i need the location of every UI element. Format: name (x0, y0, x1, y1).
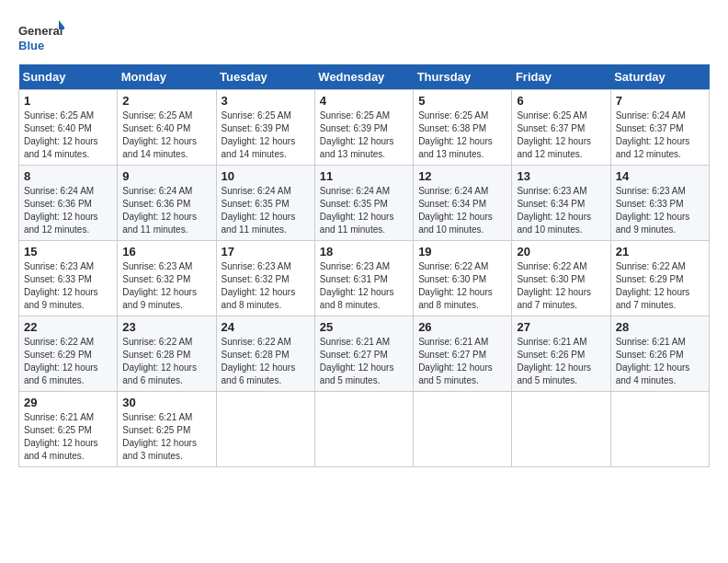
day-number: 9 (122, 169, 210, 183)
day-info: Sunrise: 6:25 AMSunset: 6:38 PMDaylight:… (418, 110, 493, 159)
calendar-cell: 30Sunrise: 6:21 AMSunset: 6:25 PMDayligh… (118, 392, 216, 467)
day-info: Sunrise: 6:25 AMSunset: 6:40 PMDaylight:… (24, 110, 98, 159)
day-info: Sunrise: 6:21 AMSunset: 6:27 PMDaylight:… (320, 337, 394, 385)
day-info: Sunrise: 6:21 AMSunset: 6:27 PMDaylight:… (418, 337, 493, 385)
day-info: Sunrise: 6:25 AMSunset: 6:40 PMDaylight:… (122, 110, 197, 159)
day-info: Sunrise: 6:24 AMSunset: 6:37 PMDaylight:… (616, 110, 690, 159)
calendar-cell: 22Sunrise: 6:22 AMSunset: 6:29 PMDayligh… (19, 316, 118, 392)
calendar-cell: 13Sunrise: 6:23 AMSunset: 6:34 PMDayligh… (512, 166, 610, 241)
calendar-cell: 8Sunrise: 6:24 AMSunset: 6:36 PMDaylight… (19, 166, 118, 241)
calendar-cell: 28Sunrise: 6:21 AMSunset: 6:26 PMDayligh… (610, 316, 709, 392)
day-info: Sunrise: 6:24 AMSunset: 6:34 PMDaylight:… (418, 186, 493, 235)
day-number: 15 (24, 245, 112, 259)
logo: General Blue (18, 18, 64, 55)
week-row-4: 22Sunrise: 6:22 AMSunset: 6:29 PMDayligh… (19, 316, 710, 392)
day-number: 17 (222, 245, 310, 259)
day-number: 11 (320, 169, 408, 183)
day-info: Sunrise: 6:22 AMSunset: 6:28 PMDaylight:… (122, 337, 197, 385)
calendar-cell: 15Sunrise: 6:23 AMSunset: 6:33 PMDayligh… (19, 241, 118, 316)
day-number: 30 (122, 396, 210, 409)
day-info: Sunrise: 6:24 AMSunset: 6:36 PMDaylight:… (24, 186, 98, 235)
week-row-2: 8Sunrise: 6:24 AMSunset: 6:36 PMDaylight… (19, 166, 710, 241)
day-info: Sunrise: 6:24 AMSunset: 6:35 PMDaylight:… (222, 186, 296, 235)
calendar-cell: 1Sunrise: 6:25 AMSunset: 6:40 PMDaylight… (19, 90, 118, 166)
day-info: Sunrise: 6:21 AMSunset: 6:25 PMDaylight:… (122, 412, 197, 461)
day-number: 4 (320, 94, 408, 108)
header-saturday: Saturday (610, 64, 709, 90)
calendar-cell (216, 392, 314, 467)
day-number: 18 (320, 245, 408, 259)
day-number: 6 (517, 94, 605, 108)
day-number: 14 (616, 169, 704, 183)
day-info: Sunrise: 6:23 AMSunset: 6:34 PMDaylight:… (517, 186, 591, 235)
day-number: 26 (418, 320, 506, 334)
header-thursday: Thursday (414, 64, 512, 90)
day-number: 10 (222, 169, 310, 183)
day-info: Sunrise: 6:25 AMSunset: 6:37 PMDaylight:… (517, 110, 591, 159)
calendar-cell: 10Sunrise: 6:24 AMSunset: 6:35 PMDayligh… (216, 166, 314, 241)
calendar-cell (414, 392, 512, 467)
day-info: Sunrise: 6:25 AMSunset: 6:39 PMDaylight:… (222, 110, 296, 159)
day-number: 28 (616, 320, 704, 334)
calendar-cell: 21Sunrise: 6:22 AMSunset: 6:29 PMDayligh… (610, 241, 709, 316)
day-number: 24 (222, 320, 310, 334)
page-header: General Blue (18, 18, 710, 55)
calendar-cell: 14Sunrise: 6:23 AMSunset: 6:33 PMDayligh… (610, 166, 709, 241)
header-sunday: Sunday (19, 64, 118, 90)
calendar-cell: 25Sunrise: 6:21 AMSunset: 6:27 PMDayligh… (314, 316, 413, 392)
calendar-cell: 4Sunrise: 6:25 AMSunset: 6:39 PMDaylight… (314, 90, 413, 166)
calendar-cell: 23Sunrise: 6:22 AMSunset: 6:28 PMDayligh… (118, 316, 216, 392)
calendar-cell: 16Sunrise: 6:23 AMSunset: 6:32 PMDayligh… (118, 241, 216, 316)
calendar-cell: 11Sunrise: 6:24 AMSunset: 6:35 PMDayligh… (314, 166, 413, 241)
day-number: 21 (616, 245, 704, 259)
header-wednesday: Wednesday (314, 64, 413, 90)
day-number: 29 (24, 396, 112, 409)
day-info: Sunrise: 6:22 AMSunset: 6:30 PMDaylight:… (418, 261, 493, 310)
svg-marker-2 (59, 20, 64, 29)
day-info: Sunrise: 6:23 AMSunset: 6:33 PMDaylight:… (616, 186, 690, 235)
day-number: 27 (517, 320, 605, 334)
day-info: Sunrise: 6:23 AMSunset: 6:33 PMDaylight:… (24, 261, 98, 310)
header-friday: Friday (512, 64, 610, 90)
calendar-cell: 19Sunrise: 6:22 AMSunset: 6:30 PMDayligh… (414, 241, 512, 316)
day-number: 7 (616, 94, 704, 108)
day-info: Sunrise: 6:21 AMSunset: 6:26 PMDaylight:… (517, 337, 591, 385)
calendar-cell: 3Sunrise: 6:25 AMSunset: 6:39 PMDaylight… (216, 90, 314, 166)
day-number: 25 (320, 320, 408, 334)
day-info: Sunrise: 6:23 AMSunset: 6:32 PMDaylight:… (222, 261, 296, 310)
day-number: 1 (24, 94, 112, 108)
day-number: 23 (122, 320, 210, 334)
calendar-cell: 17Sunrise: 6:23 AMSunset: 6:32 PMDayligh… (216, 241, 314, 316)
calendar-cell (610, 392, 709, 467)
day-number: 8 (24, 169, 112, 183)
day-number: 12 (418, 169, 506, 183)
day-number: 20 (517, 245, 605, 259)
day-info: Sunrise: 6:22 AMSunset: 6:29 PMDaylight:… (24, 337, 98, 385)
week-row-3: 15Sunrise: 6:23 AMSunset: 6:33 PMDayligh… (19, 241, 710, 316)
day-info: Sunrise: 6:24 AMSunset: 6:36 PMDaylight:… (122, 186, 197, 235)
calendar-cell: 12Sunrise: 6:24 AMSunset: 6:34 PMDayligh… (414, 166, 512, 241)
day-info: Sunrise: 6:21 AMSunset: 6:25 PMDaylight:… (24, 412, 98, 461)
header-monday: Monday (118, 64, 216, 90)
day-number: 16 (122, 245, 210, 259)
calendar-cell: 2Sunrise: 6:25 AMSunset: 6:40 PMDaylight… (118, 90, 216, 166)
calendar-cell: 5Sunrise: 6:25 AMSunset: 6:38 PMDaylight… (414, 90, 512, 166)
calendar-cell: 18Sunrise: 6:23 AMSunset: 6:31 PMDayligh… (314, 241, 413, 316)
calendar-table: SundayMondayTuesdayWednesdayThursdayFrid… (18, 64, 710, 467)
calendar-cell: 27Sunrise: 6:21 AMSunset: 6:26 PMDayligh… (512, 316, 610, 392)
week-row-5: 29Sunrise: 6:21 AMSunset: 6:25 PMDayligh… (19, 392, 710, 467)
day-info: Sunrise: 6:22 AMSunset: 6:30 PMDaylight:… (517, 261, 591, 310)
calendar-cell: 20Sunrise: 6:22 AMSunset: 6:30 PMDayligh… (512, 241, 610, 316)
day-number: 13 (517, 169, 605, 183)
day-number: 19 (418, 245, 506, 259)
day-number: 2 (122, 94, 210, 108)
day-info: Sunrise: 6:21 AMSunset: 6:26 PMDaylight:… (616, 337, 690, 385)
day-info: Sunrise: 6:24 AMSunset: 6:35 PMDaylight:… (320, 186, 394, 235)
calendar-cell: 29Sunrise: 6:21 AMSunset: 6:25 PMDayligh… (19, 392, 118, 467)
calendar-cell (314, 392, 413, 467)
day-info: Sunrise: 6:22 AMSunset: 6:28 PMDaylight:… (222, 337, 296, 385)
calendar-cell (512, 392, 610, 467)
day-info: Sunrise: 6:25 AMSunset: 6:39 PMDaylight:… (320, 110, 394, 159)
day-info: Sunrise: 6:23 AMSunset: 6:31 PMDaylight:… (320, 261, 394, 310)
calendar-cell: 9Sunrise: 6:24 AMSunset: 6:36 PMDaylight… (118, 166, 216, 241)
